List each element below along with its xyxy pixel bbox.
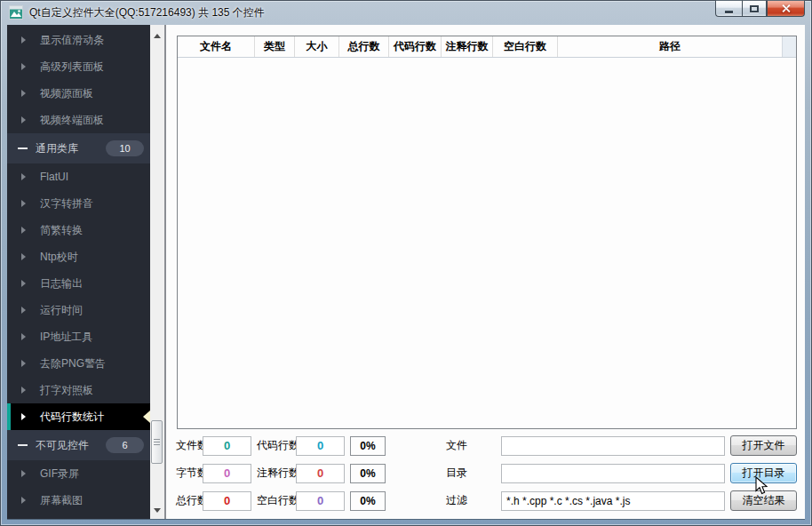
total-lines-field: 0	[203, 491, 251, 511]
collapse-minus-icon	[18, 147, 28, 149]
comment-percent-field: 0%	[350, 464, 386, 483]
item-count-badge: 6	[106, 437, 144, 453]
scroll-up-icon[interactable]	[154, 34, 161, 38]
column-header-total-lines[interactable]: 总行数	[339, 36, 389, 57]
maximize-icon	[750, 5, 759, 12]
filter-label: 过滤	[446, 493, 467, 508]
expand-arrow-icon	[21, 387, 26, 394]
sidebar-item[interactable]: GIF录屏	[7, 460, 150, 487]
selected-accent-bar	[7, 403, 11, 430]
sidebar-item[interactable]: FlatUI	[7, 163, 150, 190]
expand-arrow-icon	[21, 360, 26, 367]
filter-input[interactable]	[501, 491, 725, 511]
stats-form: 文件数 0 代码行数 0 0% 文件 打开文件 字节数 0 注释行数 0 0% …	[176, 435, 797, 511]
dir-label: 目录	[446, 466, 467, 481]
expand-arrow-icon	[21, 280, 26, 287]
total-lines-label: 总行数	[176, 493, 197, 508]
expand-arrow-icon	[21, 116, 26, 124]
open-dir-button[interactable]: 打开目录	[730, 463, 797, 483]
sidebar-group-common-lib[interactable]: 通用类库10	[7, 133, 150, 163]
column-header-blank-lines[interactable]: 空白行数	[493, 36, 558, 57]
app-window: Qt自定义控件大全(QQ:517216493) 共 135 个控件 显示值滑动条…	[0, 0, 812, 526]
file-path-input[interactable]	[501, 436, 725, 456]
sidebar-item[interactable]: 汉字转拼音	[7, 190, 150, 217]
maximize-button[interactable]	[742, 0, 767, 17]
window-controls	[715, 0, 805, 17]
sidebar-item[interactable]: 运行时间	[7, 297, 150, 323]
code-percent-field: 0%	[350, 436, 386, 456]
blank-lines-label: 空白行数	[257, 493, 291, 508]
table-header: 文件名 类型 大小 总行数 代码行数 注释行数 空白行数 路径	[178, 36, 796, 58]
comment-lines-field: 0	[296, 464, 345, 483]
column-header-comment-lines[interactable]: 注释行数	[442, 36, 493, 57]
expand-arrow-icon	[21, 253, 26, 260]
table-body[interactable]	[178, 59, 796, 428]
files-count-field: 0	[203, 436, 251, 456]
column-header-code-lines[interactable]: 代码行数	[389, 36, 442, 57]
sidebar-item[interactable]: 高级列表面板	[7, 53, 150, 80]
sidebar-item[interactable]: 显示值滑动条	[7, 27, 150, 53]
sidebar-scrollbar[interactable]	[150, 25, 164, 519]
main-panel: 文件名 类型 大小 总行数 代码行数 注释行数 空白行数 路径 文件数 0 代码…	[166, 25, 805, 519]
blank-lines-field: 0	[296, 491, 345, 511]
scroll-down-icon[interactable]	[154, 508, 161, 513]
sidebar-item[interactable]: 去除PNG警告	[7, 350, 150, 377]
expand-arrow-icon	[21, 470, 26, 477]
sidebar-item[interactable]: 屏幕截图	[7, 487, 150, 514]
sidebar-item[interactable]: IP地址工具	[7, 323, 150, 350]
sidebar-group-invisible-controls[interactable]: 不可见控件6	[7, 430, 150, 460]
scrollbar-thumb[interactable]	[151, 420, 163, 464]
column-header-type[interactable]: 类型	[255, 36, 295, 57]
sidebar-item[interactable]: 简繁转换	[7, 217, 150, 243]
sidebar-item-code-line-stats[interactable]: 代码行数统计	[7, 403, 150, 430]
window-title: Qt自定义控件大全(QQ:517216493) 共 135 个控件	[29, 5, 265, 20]
expand-arrow-icon	[21, 413, 26, 420]
window-body: 显示值滑动条 高级列表面板 视频源面板 视频终端面板 通用类库10 FlatUI…	[7, 25, 805, 519]
item-count-badge: 10	[106, 140, 144, 156]
dir-path-input[interactable]	[501, 464, 725, 483]
expand-arrow-icon	[21, 200, 26, 207]
expand-arrow-icon	[21, 173, 26, 180]
bytes-count-label: 字节数	[176, 466, 197, 481]
code-lines-label: 代码行数	[257, 438, 291, 453]
file-label: 文件	[446, 438, 467, 453]
column-header-path[interactable]: 路径	[558, 36, 782, 57]
sidebar-item[interactable]: Ntp校时	[7, 243, 150, 270]
titlebar: Qt自定义控件大全(QQ:517216493) 共 135 个控件	[0, 0, 812, 25]
minimize-button[interactable]	[715, 0, 742, 17]
column-header-filename[interactable]: 文件名	[178, 36, 255, 57]
sidebar-item[interactable]: 日志输出	[7, 270, 150, 297]
open-file-button[interactable]: 打开文件	[730, 435, 797, 456]
code-lines-field: 0	[296, 436, 345, 456]
expand-arrow-icon	[21, 227, 26, 234]
expand-arrow-icon	[21, 36, 26, 44]
selected-marker-icon	[143, 410, 150, 423]
comment-lines-label: 注释行数	[257, 466, 291, 481]
close-icon	[781, 4, 792, 13]
sidebar-item[interactable]: 视频终端面板	[7, 107, 150, 133]
column-header-size[interactable]: 大小	[295, 36, 339, 57]
expand-arrow-icon	[21, 63, 26, 70]
minimize-icon	[725, 11, 733, 13]
close-button[interactable]	[767, 0, 805, 17]
sidebar: 显示值滑动条 高级列表面板 视频源面板 视频终端面板 通用类库10 FlatUI…	[7, 25, 150, 519]
expand-arrow-icon	[21, 307, 26, 314]
app-image-icon	[9, 5, 23, 20]
expand-arrow-icon	[21, 333, 26, 340]
files-count-label: 文件数	[176, 438, 197, 453]
table-corner	[782, 36, 796, 57]
collapse-minus-icon	[18, 444, 28, 446]
bytes-count-field: 0	[203, 464, 251, 483]
sidebar-item[interactable]: 打字对照板	[7, 377, 150, 403]
file-table: 文件名 类型 大小 总行数 代码行数 注释行数 空白行数 路径	[177, 36, 797, 429]
clear-results-button[interactable]: 清空结果	[730, 490, 797, 511]
expand-arrow-icon	[21, 497, 26, 504]
sidebar-item[interactable]: 视频源面板	[7, 80, 150, 107]
expand-arrow-icon	[21, 90, 26, 97]
blank-percent-field: 0%	[350, 491, 386, 511]
